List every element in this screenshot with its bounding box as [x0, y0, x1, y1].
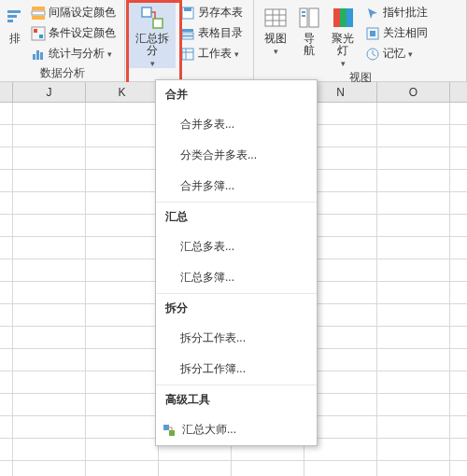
grid-cell[interactable]	[86, 371, 159, 393]
grid-cell[interactable]	[159, 461, 232, 476]
grid-cell[interactable]	[86, 147, 159, 169]
table-directory-button[interactable]: 表格目录	[177, 23, 246, 43]
grid-cell[interactable]	[0, 147, 13, 169]
grid-cell[interactable]	[13, 259, 86, 281]
save-as-button[interactable]: 另存本表	[177, 3, 246, 22]
col-header[interactable]: J	[13, 82, 86, 102]
dropdown-merge-workbooks[interactable]: 合并多簿...	[156, 171, 317, 202]
grid-cell[interactable]	[13, 125, 86, 147]
grid-cell[interactable]	[377, 304, 450, 326]
grid-cell[interactable]	[377, 237, 450, 259]
grid-cell[interactable]	[86, 304, 159, 326]
grid-cell[interactable]	[0, 349, 13, 371]
grid-cell[interactable]	[0, 304, 13, 326]
col-header[interactable]: O	[377, 82, 450, 102]
grid-cell[interactable]	[0, 170, 13, 191]
grid-cell[interactable]	[0, 103, 13, 124]
grid-cell[interactable]	[0, 259, 13, 281]
grid-cell[interactable]	[13, 103, 86, 124]
grid-cell[interactable]	[0, 439, 13, 460]
grid-cell[interactable]	[0, 215, 13, 236]
grid-cell[interactable]	[0, 416, 13, 438]
grid-cell[interactable]	[13, 416, 86, 438]
grid-cell[interactable]	[13, 237, 86, 259]
grid-cell[interactable]	[377, 349, 450, 371]
grid-cell[interactable]	[0, 192, 13, 214]
grid-cell[interactable]	[13, 349, 86, 371]
grid-cell[interactable]	[86, 327, 159, 348]
grid-cell[interactable]	[13, 282, 86, 303]
worksheet-button[interactable]: 工作表 ▾	[177, 44, 246, 63]
grid-cell[interactable]	[0, 327, 13, 348]
grid-cell[interactable]	[13, 170, 86, 191]
grid-cell[interactable]	[377, 461, 450, 476]
grid-cell[interactable]	[0, 282, 13, 303]
grid-cell[interactable]	[13, 304, 86, 326]
grid-row[interactable]	[0, 461, 467, 476]
pointer-comment-button[interactable]: 指针批注	[362, 3, 431, 22]
grid-cell[interactable]	[13, 461, 86, 476]
col-header[interactable]	[0, 82, 13, 102]
grid-cell[interactable]	[13, 439, 86, 460]
grid-cell[interactable]	[86, 170, 159, 191]
dropdown-category-merge[interactable]: 分类合并多表...	[156, 140, 317, 171]
grid-cell[interactable]	[377, 125, 450, 147]
grid-cell[interactable]	[0, 394, 13, 415]
grid-cell[interactable]	[86, 394, 159, 415]
conditional-color-button[interactable]: 条件设定颜色	[28, 23, 119, 43]
focus-same-button[interactable]: 关注相同	[362, 23, 431, 43]
memory-button[interactable]: 记忆 ▾	[362, 44, 431, 63]
focus-light-button[interactable]: 聚光 灯 ▾	[325, 3, 361, 68]
view-button[interactable]: 视图 ▾	[258, 3, 293, 68]
grid-cell[interactable]	[13, 147, 86, 169]
grid-cell[interactable]	[86, 237, 159, 259]
grid-cell[interactable]	[377, 371, 450, 393]
grid-cell[interactable]	[86, 192, 159, 214]
grid-cell[interactable]	[86, 103, 159, 124]
dropdown-split-workbook[interactable]: 拆分工作簿...	[156, 354, 317, 385]
grid-cell[interactable]	[86, 439, 159, 460]
summary-split-button[interactable]: 汇总拆 分 ▾	[129, 3, 176, 68]
grid-cell[interactable]	[0, 237, 13, 259]
grid-cell[interactable]	[0, 461, 13, 476]
grid-cell[interactable]	[13, 192, 86, 214]
grid-cell[interactable]	[377, 259, 450, 281]
grid-cell[interactable]	[86, 259, 159, 281]
grid-cell[interactable]	[377, 282, 450, 303]
grid-cell[interactable]	[304, 461, 377, 476]
grid-cell[interactable]	[377, 416, 450, 438]
grid-cell[interactable]	[377, 192, 450, 214]
grid-cell[interactable]	[377, 327, 450, 348]
grid-cell[interactable]	[377, 170, 450, 191]
dropdown-merge-tables[interactable]: 合并多表...	[156, 109, 317, 140]
dropdown-summary-workbooks[interactable]: 汇总多簿...	[156, 262, 317, 293]
grid-cell[interactable]	[86, 215, 159, 236]
save-as-label: 另存本表	[198, 5, 243, 21]
grid-cell[interactable]	[86, 282, 159, 303]
grid-cell[interactable]	[86, 461, 159, 476]
summary-split-dropdown: 合并 合并多表... 分类合并多表... 合并多簿... 汇总 汇总多表... …	[155, 79, 318, 446]
grid-cell[interactable]	[13, 215, 86, 236]
grid-cell[interactable]	[377, 215, 450, 236]
dropdown-summary-tables[interactable]: 汇总多表...	[156, 231, 317, 262]
grid-cell[interactable]	[13, 371, 86, 393]
grid-cell[interactable]	[377, 439, 450, 460]
grid-cell[interactable]	[13, 394, 86, 415]
stats-button[interactable]: 统计与分析 ▾	[28, 44, 119, 63]
col-header[interactable]: K	[86, 82, 159, 102]
grid-cell[interactable]	[232, 461, 304, 476]
dropdown-split-sheet[interactable]: 拆分工作表...	[156, 323, 317, 354]
grid-cell[interactable]	[377, 147, 450, 169]
grid-cell[interactable]	[0, 371, 13, 393]
grid-cell[interactable]	[86, 416, 159, 438]
grid-cell[interactable]	[377, 394, 450, 415]
grid-cell[interactable]	[86, 349, 159, 371]
sort-button[interactable]: 排	[4, 3, 26, 63]
dropdown-summary-master[interactable]: 汇总大师...	[156, 414, 317, 445]
grid-cell[interactable]	[13, 327, 86, 348]
nav-button[interactable]: 导 航	[295, 3, 323, 68]
grid-cell[interactable]	[86, 125, 159, 147]
interval-color-button[interactable]: 间隔设定颜色	[28, 3, 119, 22]
grid-cell[interactable]	[0, 125, 13, 147]
grid-cell[interactable]	[377, 103, 450, 124]
